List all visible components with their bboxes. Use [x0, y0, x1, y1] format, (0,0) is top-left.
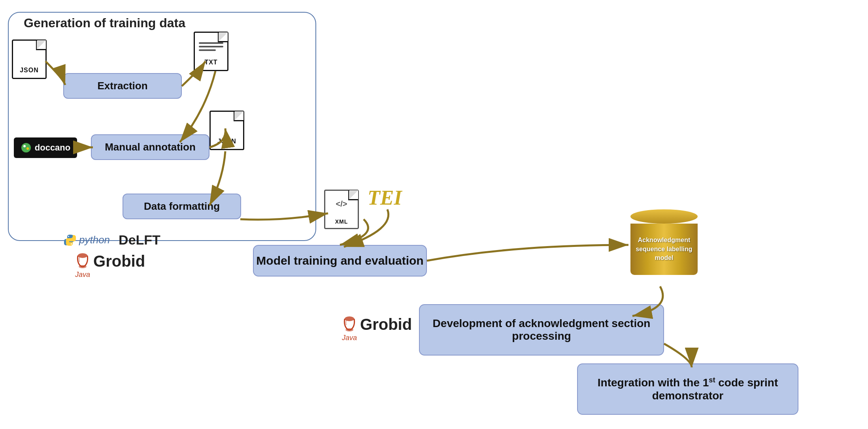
gen-title: Generation of training data — [24, 16, 185, 30]
json-file-1: JSON — [12, 40, 47, 79]
svg-point-0 — [21, 143, 31, 152]
doccano-logo: doccano — [14, 137, 77, 158]
cylinder-body: Acknowledgment sequence labelling model — [630, 224, 698, 275]
svg-point-1 — [23, 145, 26, 147]
extraction-box: Extraction — [63, 73, 182, 99]
java-label-1: Java — [75, 271, 90, 279]
java-cup-icon-1 — [75, 251, 90, 271]
grobid-label-2: Grobid — [360, 316, 412, 333]
python-text-label: python — [79, 234, 110, 246]
ack-cylinder: Acknowledgment sequence labelling model — [625, 209, 704, 284]
grobid-area-2: Java Grobid — [342, 314, 412, 342]
cylinder-top — [630, 209, 698, 224]
manual-annotation-box: Manual annotation — [91, 134, 209, 160]
svg-point-3 — [68, 236, 69, 237]
development-box: Development of acknowledgment section pr… — [419, 304, 664, 356]
diagram: Generation of training data JSON Extract… — [0, 0, 868, 429]
txt-file: TXT — [194, 32, 228, 71]
svg-point-4 — [71, 243, 72, 245]
java-label-2: Java — [342, 334, 357, 342]
svg-point-6 — [79, 265, 87, 268]
python-delft-area: python DeLFT — [63, 232, 160, 248]
tei-logo: TEI — [368, 186, 402, 209]
model-training-box: Model training and evaluation — [253, 245, 427, 277]
xml-file: </> XML — [324, 190, 359, 229]
grobid-area-1: Java Grobid — [75, 251, 145, 279]
svg-point-2 — [26, 147, 29, 150]
integration-box: Integration with the 1st code sprint dem… — [577, 363, 798, 415]
java-cup-icon-2 — [342, 314, 357, 334]
delft-label: DeLFT — [119, 232, 160, 248]
json-file-2: JSON — [209, 111, 244, 150]
integration-label: Integration with the 1st code sprint dem… — [578, 376, 798, 402]
python-icon — [63, 233, 77, 247]
grobid-label-1: Grobid — [93, 252, 145, 270]
data-formatting-box: Data formatting — [123, 194, 241, 219]
svg-point-8 — [345, 328, 353, 331]
